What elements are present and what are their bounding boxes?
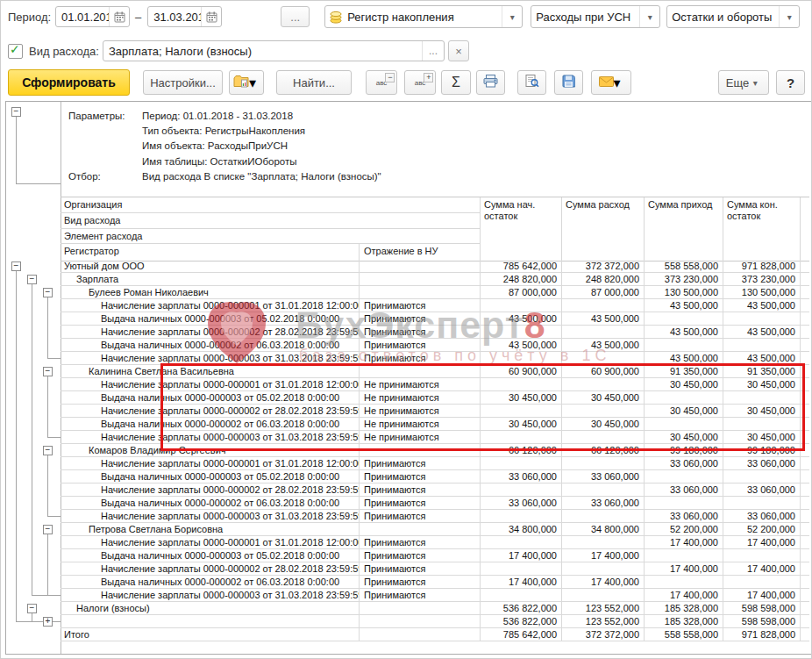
row-nu-cell[interactable]: Принимаются bbox=[359, 457, 480, 469]
row-value-cell[interactable]: 30 450,000 bbox=[723, 378, 800, 390]
row-value-cell[interactable]: 91 350,000 bbox=[644, 365, 723, 377]
row-value-cell[interactable] bbox=[723, 470, 800, 483]
row-value-cell[interactable]: 785 642,000 bbox=[480, 628, 561, 641]
row-value-cell[interactable]: 130 500,000 bbox=[723, 286, 800, 298]
row-value-cell[interactable]: 17 400,000 bbox=[644, 562, 723, 575]
row-value-cell[interactable]: 33 060,000 bbox=[480, 497, 561, 509]
header-sum-expense[interactable]: Сумма расход bbox=[561, 197, 644, 261]
row-value-cell[interactable] bbox=[561, 589, 644, 601]
row-value-cell[interactable] bbox=[561, 536, 644, 548]
report-header-expander[interactable]: − bbox=[11, 107, 21, 117]
row-value-cell[interactable] bbox=[723, 576, 800, 588]
row-value-cell[interactable]: 33 060,000 bbox=[480, 470, 561, 483]
row-nu-cell[interactable]: Принимаются bbox=[359, 470, 480, 483]
row-nu-cell[interactable]: Не принимаются bbox=[359, 418, 480, 430]
row-value-cell[interactable]: 60 900,000 bbox=[561, 365, 644, 377]
row-label[interactable]: Зарплата bbox=[61, 273, 359, 285]
row-nu-cell[interactable]: Принимаются bbox=[359, 326, 480, 338]
row-label[interactable]: Выдача наличных 0000-000003 от 05.02.201… bbox=[61, 391, 359, 404]
row-nu-cell[interactable]: Не принимаются bbox=[359, 405, 480, 417]
row-nu-cell[interactable]: Принимаются bbox=[359, 562, 480, 575]
header-expense-kind[interactable]: Вид расхода bbox=[61, 213, 480, 229]
row-nu-cell[interactable]: Принимаются bbox=[359, 497, 480, 509]
row-value-cell[interactable]: 66 120,000 bbox=[561, 444, 644, 456]
row-label[interactable]: Выдача наличных 0000-000002 от 06.03.201… bbox=[61, 576, 359, 588]
row-value-cell[interactable]: 30 450,000 bbox=[723, 431, 800, 443]
row-value-cell[interactable]: 17 400,000 bbox=[480, 576, 561, 588]
row-value-cell[interactable]: 17 400,000 bbox=[723, 589, 800, 601]
row-nu-cell[interactable]: Принимаются bbox=[359, 589, 480, 601]
row-value-cell[interactable]: 99 180,000 bbox=[644, 444, 723, 456]
row-label[interactable]: Начисление зарплаты 0000-000002 от 28.02… bbox=[61, 562, 359, 575]
row-value-cell[interactable]: 43 500,000 bbox=[644, 326, 723, 338]
row-value-cell[interactable] bbox=[480, 536, 561, 548]
more-button[interactable]: Еще ▾ bbox=[718, 70, 769, 95]
preview-button[interactable] bbox=[517, 70, 546, 95]
row-value-cell[interactable] bbox=[644, 391, 723, 404]
row-value-cell[interactable]: 91 350,000 bbox=[723, 365, 800, 377]
row-value-cell[interactable]: 971 828,000 bbox=[723, 260, 800, 272]
row-value-cell[interactable]: 785 642,000 bbox=[480, 260, 561, 272]
row-value-cell[interactable]: 598 598,000 bbox=[723, 615, 800, 627]
row-value-cell[interactable] bbox=[561, 457, 644, 469]
sum-button[interactable]: Σ bbox=[441, 70, 471, 95]
tree-expander[interactable]: − bbox=[43, 446, 53, 455]
filter-value-field[interactable]: Зарплата; Налоги (взносы) ... bbox=[103, 40, 445, 61]
row-value-cell[interactable] bbox=[480, 510, 561, 522]
row-value-cell[interactable]: 52 200,000 bbox=[723, 523, 800, 535]
row-value-cell[interactable]: 30 450,000 bbox=[561, 391, 644, 404]
tree-expander[interactable]: − bbox=[43, 288, 53, 297]
row-nu-cell[interactable]: Принимаются bbox=[359, 510, 480, 522]
row-value-cell[interactable]: 17 400,000 bbox=[723, 536, 800, 548]
row-value-cell[interactable]: 30 450,000 bbox=[480, 391, 561, 404]
calendar-icon[interactable] bbox=[109, 7, 129, 26]
row-label[interactable]: Начисление зарплаты 0000-000001 от 31.01… bbox=[61, 299, 359, 312]
row-value-cell[interactable] bbox=[644, 576, 723, 588]
generate-button[interactable]: Сформировать bbox=[8, 69, 130, 96]
period-to-field[interactable]: 31.03.2018 bbox=[147, 6, 222, 27]
row-value-cell[interactable] bbox=[480, 457, 561, 469]
row-value-cell[interactable]: 598 598,000 bbox=[723, 602, 800, 614]
row-value-cell[interactable] bbox=[480, 484, 561, 496]
row-value-cell[interactable]: 34 800,000 bbox=[561, 523, 644, 535]
row-value-cell[interactable] bbox=[480, 562, 561, 575]
row-value-cell[interactable] bbox=[723, 549, 800, 562]
row-label[interactable]: Начисление зарплаты 0000-000001 от 31.01… bbox=[61, 536, 359, 548]
row-value-cell[interactable]: 130 500,000 bbox=[644, 286, 723, 298]
row-value-cell[interactable]: 43 500,000 bbox=[723, 326, 800, 338]
row-label[interactable]: Начисление зарплаты 0000-000001 от 31.01… bbox=[61, 457, 359, 469]
row-value-cell[interactable]: 17 400,000 bbox=[561, 549, 644, 562]
row-value-cell[interactable]: 971 828,000 bbox=[723, 628, 800, 641]
row-value-cell[interactable]: 34 800,000 bbox=[480, 523, 561, 535]
row-nu-cell[interactable] bbox=[359, 260, 480, 272]
row-value-cell[interactable]: 52 200,000 bbox=[644, 523, 723, 535]
header-sum-end[interactable]: Сумма кон. остаток bbox=[723, 197, 800, 261]
row-value-cell[interactable]: 30 450,000 bbox=[480, 418, 561, 430]
row-value-cell[interactable]: 43 500,000 bbox=[723, 352, 800, 364]
row-value-cell[interactable]: 66 120,000 bbox=[480, 444, 561, 456]
period-to-value[interactable]: 31.03.2018 bbox=[148, 11, 201, 24]
row-value-cell[interactable] bbox=[644, 339, 723, 351]
row-value-cell[interactable] bbox=[561, 484, 644, 496]
row-value-cell[interactable]: 99 180,000 bbox=[723, 444, 800, 456]
row-nu-cell[interactable] bbox=[359, 523, 480, 535]
row-value-cell[interactable] bbox=[644, 549, 723, 562]
header-organization[interactable]: Организация bbox=[61, 197, 480, 213]
row-label[interactable]: Начисление зарплаты 0000-000002 от 28.02… bbox=[61, 484, 359, 496]
register-table-combo[interactable]: Остатки и обороты ▾ bbox=[666, 5, 800, 28]
header-nu[interactable]: Отражение в НУ bbox=[359, 244, 480, 261]
row-value-cell[interactable]: 43 500,000 bbox=[561, 339, 644, 351]
chevron-down-icon[interactable]: ▾ bbox=[639, 6, 659, 27]
row-value-cell[interactable]: 30 450,000 bbox=[644, 378, 723, 390]
print-button[interactable] bbox=[476, 70, 505, 95]
tree-expander[interactable]: − bbox=[43, 367, 53, 376]
chevron-down-icon[interactable]: ▾ bbox=[502, 6, 522, 27]
row-value-cell[interactable]: 17 400,000 bbox=[644, 589, 723, 601]
row-nu-cell[interactable] bbox=[359, 444, 480, 456]
row-label[interactable]: Выдача наличных 0000-000003 от 05.02.201… bbox=[61, 312, 359, 325]
row-label[interactable]: Итого bbox=[61, 628, 359, 641]
row-label[interactable]: Выдача наличных 0000-000002 от 06.03.201… bbox=[61, 339, 359, 351]
row-value-cell[interactable]: 33 060,000 bbox=[644, 457, 723, 469]
row-value-cell[interactable]: 372 372,000 bbox=[561, 260, 644, 272]
row-value-cell[interactable] bbox=[561, 326, 644, 338]
